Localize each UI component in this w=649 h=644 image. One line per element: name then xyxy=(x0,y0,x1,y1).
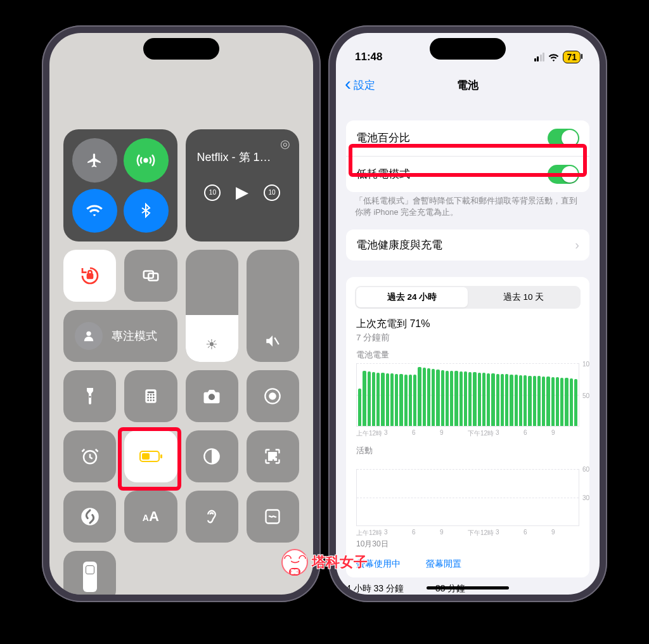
text-size-icon: AA xyxy=(143,508,159,525)
status-time: 11:48 xyxy=(355,51,382,63)
battery-percent-switch[interactable] xyxy=(548,129,579,148)
usage-legend: 螢幕使用中 螢幕閒置 xyxy=(346,553,589,570)
play-button[interactable]: ▶ xyxy=(236,183,248,202)
contrast-icon xyxy=(203,448,221,465)
bluetooth-icon xyxy=(138,203,153,218)
back-button[interactable]: 設定 xyxy=(345,78,375,93)
svg-rect-1 xyxy=(87,274,93,278)
svg-point-5 xyxy=(86,332,91,336)
svg-point-16 xyxy=(153,399,155,401)
camera-button[interactable] xyxy=(186,370,238,422)
remote-icon xyxy=(83,562,97,592)
shazam-icon xyxy=(80,507,100,526)
focus-icon xyxy=(75,322,103,350)
screen-mirroring-button[interactable] xyxy=(124,250,177,302)
last-charge-subtitle: 7 分鐘前 xyxy=(346,331,589,350)
skip-back-button[interactable]: 10 xyxy=(204,184,221,201)
row-battery-percentage[interactable]: 電池百分比 xyxy=(346,120,589,156)
media-title: Netflix - 第 1… xyxy=(197,150,288,165)
calculator-button[interactable] xyxy=(124,370,177,422)
lock-rotation-icon xyxy=(80,266,100,286)
low-power-mode-button[interactable] xyxy=(124,430,177,482)
orientation-lock-toggle[interactable] xyxy=(63,250,116,302)
last-charge-title: 上次充電到 71% xyxy=(346,315,589,331)
row-battery-health[interactable]: 電池健康度與充電 › xyxy=(346,229,589,261)
watermark: 塔科女子 xyxy=(281,549,368,576)
home-indicator[interactable] xyxy=(427,586,509,589)
dynamic-island xyxy=(430,38,506,60)
page-title: 電池 xyxy=(457,78,479,93)
chart2-label: 活動 xyxy=(346,446,589,459)
note-icon xyxy=(264,508,281,525)
svg-point-6 xyxy=(89,396,91,398)
alarm-button[interactable] xyxy=(63,430,116,482)
focus-mode-button[interactable]: 專注模式 xyxy=(63,310,177,362)
phone-left: ◎ Netflix - 第 1… 10 ▶ 10 xyxy=(42,25,321,602)
skip-forward-button[interactable]: 10 xyxy=(264,184,280,201)
airplane-mode-toggle[interactable] xyxy=(72,138,117,183)
flashlight-icon xyxy=(82,387,98,406)
nav-bar: 設定 電池 xyxy=(336,71,600,99)
shazam-button[interactable] xyxy=(63,491,116,543)
seg-10d[interactable]: 過去 10 天 xyxy=(468,287,579,307)
low-power-switch[interactable] xyxy=(548,165,579,184)
chevron-right-icon: › xyxy=(575,238,579,252)
svg-rect-26 xyxy=(269,453,273,456)
quick-note-button[interactable] xyxy=(247,491,299,543)
settings-battery-screen: 11:48 71 設定 電池 電池百分比 低耗電模 xyxy=(336,33,600,595)
svg-point-10 xyxy=(153,394,155,396)
svg-line-4 xyxy=(275,338,280,345)
time-range-segment[interactable]: 過去 24 小時 過去 10 天 xyxy=(355,286,581,309)
qr-icon xyxy=(264,448,281,465)
wifi-toggle[interactable] xyxy=(72,189,117,233)
seg-24h[interactable]: 過去 24 小時 xyxy=(356,287,468,307)
svg-point-18 xyxy=(209,394,215,400)
svg-rect-27 xyxy=(274,453,277,456)
svg-point-0 xyxy=(145,158,148,162)
chart-date: 10月30日 xyxy=(346,538,589,553)
svg-rect-24 xyxy=(160,454,162,458)
bluetooth-toggle[interactable] xyxy=(124,189,169,233)
battery-level-chart[interactable]: 100% 50% xyxy=(356,363,579,427)
airplane-icon xyxy=(86,152,103,169)
record-icon xyxy=(264,387,281,405)
battery-icon xyxy=(139,450,162,463)
svg-rect-30 xyxy=(275,459,276,460)
activity-chart[interactable]: 60分 30分 xyxy=(356,469,579,526)
phone-right: 11:48 71 設定 電池 電池百分比 低耗電模 xyxy=(328,25,607,602)
chart1-label: 電池電量 xyxy=(346,350,589,363)
flashlight-button[interactable] xyxy=(63,370,116,422)
row-low-power-mode[interactable]: 低耗電模式 xyxy=(346,156,589,192)
svg-point-9 xyxy=(150,394,152,396)
dynamic-island xyxy=(143,38,219,60)
dark-mode-button[interactable] xyxy=(186,430,238,482)
control-center-screen: ◎ Netflix - 第 1… 10 ▶ 10 xyxy=(49,33,313,595)
apple-tv-remote-button[interactable] xyxy=(63,551,116,595)
battery-status-icon: 71 xyxy=(563,51,581,63)
svg-rect-23 xyxy=(142,453,150,460)
low-power-note: 「低耗電模式」會暫時降低下載和郵件擷取等背景活動，直到你將 iPhone 完全充… xyxy=(336,192,600,218)
legend-screen-off[interactable]: 螢幕閒置 xyxy=(426,558,461,570)
wifi-icon xyxy=(86,202,103,219)
brightness-slider[interactable]: ☀ xyxy=(186,250,238,362)
screen-record-button[interactable] xyxy=(247,370,299,422)
svg-point-11 xyxy=(147,397,149,399)
media-controls[interactable]: ◎ Netflix - 第 1… 10 ▶ 10 xyxy=(186,129,300,242)
svg-point-8 xyxy=(147,394,149,396)
cellular-icon xyxy=(136,151,155,170)
volume-slider[interactable] xyxy=(247,250,299,362)
connectivity-group[interactable] xyxy=(63,129,177,242)
airplay-icon[interactable]: ◎ xyxy=(280,137,290,151)
hearing-button[interactable] xyxy=(186,491,238,543)
wifi-status-icon xyxy=(548,53,559,61)
battery-usage-card: 過去 24 小時 過去 10 天 上次充電到 71% 7 分鐘前 電池電量 10… xyxy=(346,277,589,577)
watermark-text: 塔科女子 xyxy=(312,553,368,572)
text-size-button[interactable]: AA xyxy=(124,491,177,543)
svg-point-12 xyxy=(150,397,152,399)
qr-scanner-button[interactable] xyxy=(247,430,299,482)
cellular-signal-icon xyxy=(534,53,545,61)
cellular-data-toggle[interactable] xyxy=(124,138,169,183)
mirror-icon xyxy=(141,266,160,285)
focus-label: 專注模式 xyxy=(112,328,157,344)
svg-point-14 xyxy=(147,399,149,401)
